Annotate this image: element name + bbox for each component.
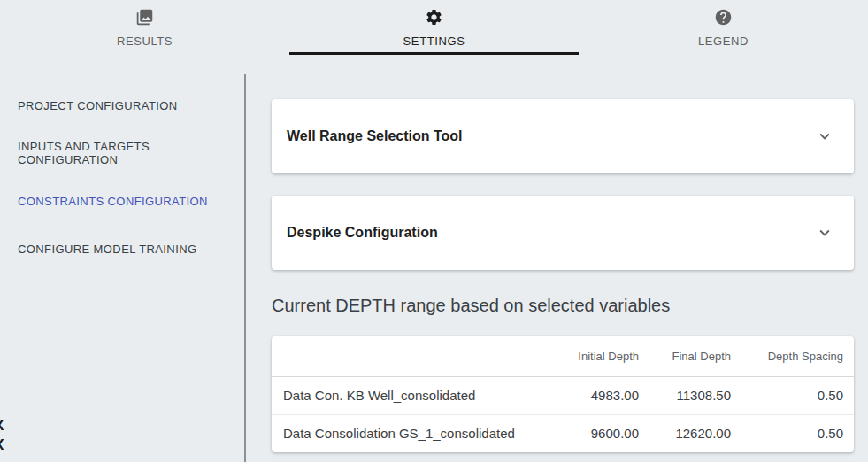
sidebar-item-project-configuration[interactable]: PROJECT CONFIGURATION [0, 81, 246, 129]
column-header-name [272, 336, 533, 376]
table-row: Data Consolidation GS_1_consolidated 960… [272, 414, 854, 452]
settings-sidebar: PROJECT CONFIGURATION INPUTS AND TARGETS… [0, 55, 246, 462]
row-final-depth: 12620.00 [639, 414, 731, 452]
chevron-left-icon: ❮ [0, 434, 5, 453]
column-header-depth-spacing: Depth Spacing [731, 336, 854, 376]
app-window: RESULTS SETTINGS LEGEND PROJECT CONFIGUR… [0, 0, 868, 462]
sidebar-item-inputs-and-targets-configuration[interactable]: INPUTS AND TARGETS CONFIGURATION [0, 129, 246, 177]
panel-title: Well Range Selection Tool [287, 128, 463, 144]
table-row: Data Con. KB Well_consolidated 4983.00 1… [272, 376, 854, 414]
gear-icon [425, 8, 443, 30]
tab-settings-label: SETTINGS [403, 35, 465, 48]
tab-legend-label: LEGEND [698, 35, 749, 48]
tab-legend[interactable]: LEGEND [579, 0, 868, 55]
photo-library-icon [135, 8, 154, 30]
tab-results-label: RESULTS [117, 35, 173, 48]
row-depth-spacing: 0.50 [731, 414, 854, 452]
row-initial-depth: 4983.00 [533, 376, 639, 414]
panel-title: Despike Configuration [287, 225, 438, 241]
help-icon [714, 8, 733, 30]
sidebar-item-label: CONSTRAINTS CONFIGURATION [18, 195, 208, 208]
tab-results[interactable]: RESULTS [0, 0, 289, 55]
content-area: PROJECT CONFIGURATION INPUTS AND TARGETS… [0, 55, 868, 462]
column-header-initial-depth: Initial Depth [533, 336, 639, 376]
top-tab-bar: RESULTS SETTINGS LEGEND [0, 0, 868, 55]
sidebar-item-label: PROJECT CONFIGURATION [18, 99, 178, 112]
column-header-final-depth: Final Depth [639, 336, 731, 376]
chevron-left-icon: ❮ [0, 414, 5, 434]
constraints-configuration-panel: Well Range Selection Tool Despike Config… [246, 55, 868, 462]
chevron-down-icon [815, 223, 834, 243]
table-header-row: Initial Depth Final Depth Depth Spacing [272, 336, 854, 376]
row-depth-spacing: 0.50 [731, 376, 854, 414]
tab-settings[interactable]: SETTINGS [289, 0, 579, 55]
row-final-depth: 11308.50 [639, 376, 731, 414]
row-initial-depth: 9600.00 [533, 414, 639, 452]
despike-configuration-panel[interactable]: Despike Configuration [272, 196, 854, 270]
chevron-down-icon [815, 127, 834, 146]
sidebar-item-label: INPUTS AND TARGETS CONFIGURATION [18, 140, 228, 166]
edge-collapse-chevrons[interactable]: ❮ ❮ [0, 414, 5, 453]
sidebar-item-configure-model-training[interactable]: CONFIGURE MODEL TRAINING [0, 225, 246, 273]
depth-range-table-card: Initial Depth Final Depth Depth Spacing … [272, 336, 854, 452]
row-name: Data Con. KB Well_consolidated [272, 376, 533, 414]
depth-range-heading: Current DEPTH range based on selected va… [272, 293, 854, 318]
row-name: Data Consolidation GS_1_consolidated [272, 414, 533, 452]
sidebar-item-constraints-configuration[interactable]: CONSTRAINTS CONFIGURATION [0, 177, 246, 225]
depth-range-table: Initial Depth Final Depth Depth Spacing … [272, 336, 854, 452]
sidebar-item-label: CONFIGURE MODEL TRAINING [18, 243, 196, 256]
well-range-selection-tool-panel[interactable]: Well Range Selection Tool [272, 99, 854, 173]
